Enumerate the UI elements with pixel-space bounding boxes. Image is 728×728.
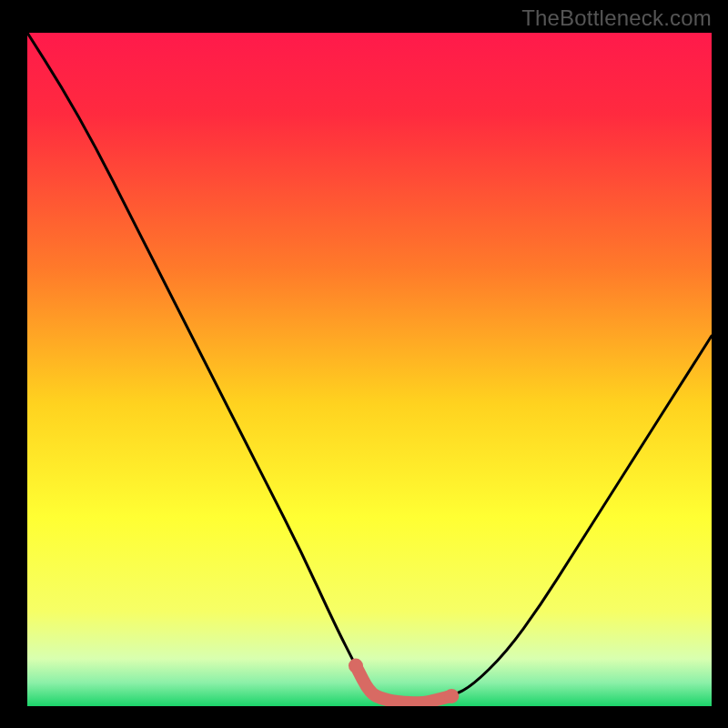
watermark-text: TheBottleneck.com: [521, 5, 712, 31]
bottleneck-highlight-endpoint: [349, 659, 363, 673]
bottleneck-curve-highlight: [356, 666, 451, 703]
bottleneck-highlight-endpoint: [444, 689, 459, 703]
bottleneck-curve-chart: [27, 33, 712, 706]
plot-frame: [27, 33, 712, 706]
chart-stage: TheBottleneck.com: [0, 0, 728, 728]
bottleneck-curve-line: [27, 33, 712, 703]
